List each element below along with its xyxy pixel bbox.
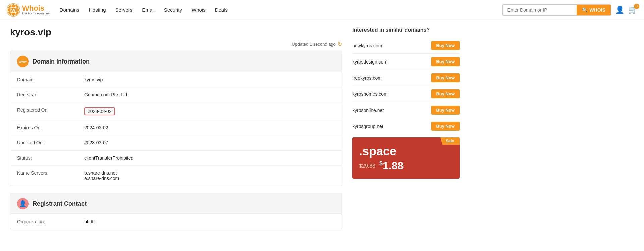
registrant-info-table: Organization: btttttt <box>10 214 342 229</box>
nav-domains[interactable]: Domains <box>60 7 79 13</box>
similar-domain-name: kyrosdesign.com <box>352 59 387 65</box>
similar-domain-row: kyrosgroup.net Buy Now <box>352 118 460 134</box>
search-input[interactable] <box>503 5 577 15</box>
person-icon: 👤 <box>19 200 26 207</box>
header-right: 🔍 WHOIS 👤 🛒 0 <box>502 4 637 16</box>
sale-banner: Sale .space $29.88 $1.88 <box>352 137 460 179</box>
buy-now-kyrosonline[interactable]: Buy Now <box>431 106 460 115</box>
sale-prices: $29.88 $1.88 <box>359 160 453 172</box>
organization-label: Organization: <box>10 214 77 229</box>
registrar-value: Gname.com Pte. Ltd. <box>77 87 342 102</box>
ns1: b.share-dns.net <box>84 170 335 176</box>
nav-security[interactable]: Security <box>164 7 182 13</box>
table-row: Expires On: 2024-03-02 <box>10 120 342 135</box>
registered-on-value: 2023-03-02 <box>77 102 342 120</box>
search-icon: 🔍 <box>582 7 588 13</box>
table-row: Status: clientTransferProhibited <box>10 151 342 166</box>
domain-info-title: Domain Information <box>33 58 90 65</box>
whois-search-button[interactable]: 🔍 WHOIS <box>577 5 611 15</box>
sale-new-price-value: 1.88 <box>383 160 404 172</box>
table-row: Domain: kyros.vip <box>10 72 342 87</box>
refresh-icon[interactable]: ↻ <box>338 41 342 47</box>
sale-tld: .space <box>359 144 453 158</box>
name-servers-label: Name Servers: <box>10 166 77 186</box>
sidebar-title: Interested in similar domains? <box>352 27 460 33</box>
similar-domain-name: kyrosonline.net <box>352 108 384 113</box>
similar-domain-name: newkyros.com <box>352 43 382 48</box>
registrar-label: Registrar: <box>10 87 77 102</box>
registrant-contact-header: 👤 Registrant Contact <box>10 193 342 214</box>
logo-whois-label: Whois <box>22 5 50 12</box>
cart-icon[interactable]: 🛒 0 <box>628 6 637 14</box>
www-icon-text: www <box>19 60 26 64</box>
expires-on-value: 2024-03-02 <box>77 120 342 135</box>
updated-bar: Updated 1 second ago ↻ <box>10 41 342 47</box>
ns2: a.share-dns.com <box>84 176 335 181</box>
table-row: Name Servers: b.share-dns.net a.share-dn… <box>10 166 342 186</box>
right-sidebar: Interested in similar domains? newkyros.… <box>352 27 460 236</box>
registrant-contact-icon: 👤 <box>17 198 29 209</box>
registrant-contact-card: 👤 Registrant Contact Organization: btttt… <box>10 193 342 229</box>
buy-now-kyroshomes[interactable]: Buy Now <box>431 89 460 98</box>
svg-text:W: W <box>11 8 16 13</box>
nav-hosting[interactable]: Hosting <box>89 7 106 13</box>
updated-on-value: 2023-03-07 <box>77 135 342 151</box>
logo[interactable]: W Whois Identity for everyone <box>7 3 50 17</box>
buy-now-freekyros[interactable]: Buy Now <box>431 73 460 82</box>
sale-old-price: $29.88 <box>359 163 375 169</box>
page-title: kyros.vip <box>10 27 342 38</box>
table-row: Organization: btttttt <box>10 214 342 229</box>
domain-value: kyros.vip <box>77 72 342 87</box>
updated-on-label: Updated On: <box>10 135 77 151</box>
logo-tagline: Identity for everyone <box>22 12 50 15</box>
similar-domain-row: kyroshomes.com Buy Now <box>352 86 460 102</box>
left-content: kyros.vip Updated 1 second ago ↻ www Dom… <box>10 27 342 236</box>
main-container: kyros.vip Updated 1 second ago ↻ www Dom… <box>0 20 470 243</box>
table-row: Registered On: 2023-03-02 <box>10 102 342 120</box>
table-row: Updated On: 2023-03-07 <box>10 135 342 151</box>
nav-email[interactable]: Email <box>142 7 155 13</box>
cart-badge: 0 <box>634 4 639 9</box>
similar-domains-list: newkyros.com Buy Now kyrosdesign.com Buy… <box>352 38 460 134</box>
sale-currency-symbol: $ <box>379 160 383 167</box>
domain-info-icon: www <box>17 56 29 67</box>
buy-now-kyrosgroup[interactable]: Buy Now <box>431 122 460 131</box>
registered-on-label: Registered On: <box>10 102 77 120</box>
logo-icon: W <box>7 3 20 17</box>
domain-info-header: www Domain Information <box>10 51 342 72</box>
domain-info-card: www Domain Information Domain: kyros.vip… <box>10 51 342 186</box>
search-bar: 🔍 WHOIS <box>502 4 611 16</box>
similar-domain-row: freekyros.com Buy Now <box>352 70 460 86</box>
status-value: clientTransferProhibited <box>77 151 342 166</box>
logo-text: Whois Identity for everyone <box>22 5 50 15</box>
domain-info-table: Domain: kyros.vip Registrar: Gname.com P… <box>10 72 342 186</box>
similar-domain-name: freekyros.com <box>352 75 382 81</box>
similar-domain-row: newkyros.com Buy Now <box>352 38 460 54</box>
user-account-icon[interactable]: 👤 <box>615 6 624 14</box>
similar-domain-row: kyrosdesign.com Buy Now <box>352 54 460 70</box>
registered-on-date: 2023-03-02 <box>84 107 115 115</box>
whois-btn-label: WHOIS <box>590 7 605 13</box>
table-row: Registrar: Gname.com Pte. Ltd. <box>10 87 342 102</box>
sale-new-price: $1.88 <box>379 160 404 172</box>
similar-domain-name: kyrosgroup.net <box>352 124 383 129</box>
sale-tag-label: Sale <box>440 137 460 145</box>
nav-deals[interactable]: Deals <box>215 7 228 13</box>
name-servers-value: b.share-dns.net a.share-dns.com <box>77 166 342 186</box>
nav-servers[interactable]: Servers <box>115 7 133 13</box>
similar-domain-row: kyrosonline.net Buy Now <box>352 102 460 118</box>
expires-on-label: Expires On: <box>10 120 77 135</box>
updated-text: Updated 1 second ago <box>292 42 336 47</box>
buy-now-kyrosdesign[interactable]: Buy Now <box>431 57 460 66</box>
status-label: Status: <box>10 151 77 166</box>
similar-domain-name: kyroshomes.com <box>352 91 388 97</box>
header: W Whois Identity for everyone Domains Ho… <box>0 0 644 20</box>
main-nav: Domains Hosting Servers Email Security W… <box>60 7 502 13</box>
registrant-contact-title: Registrant Contact <box>33 200 87 207</box>
buy-now-newkyros[interactable]: Buy Now <box>431 41 460 50</box>
nav-whois[interactable]: Whois <box>192 7 206 13</box>
domain-label: Domain: <box>10 72 77 87</box>
organization-value: btttttt <box>77 214 342 229</box>
